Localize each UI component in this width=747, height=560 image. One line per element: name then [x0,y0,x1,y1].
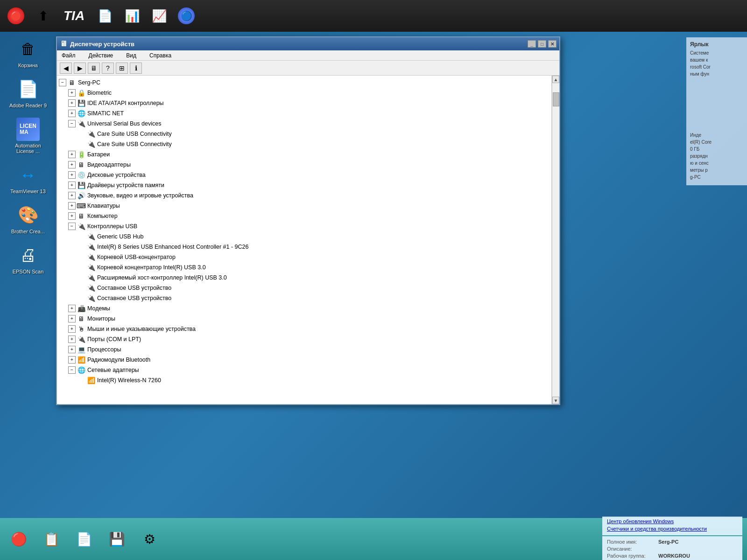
grid-button[interactable]: ⊞ [116,63,128,74]
tree-icon-intel-usb3: 🔌 [87,263,95,272]
desktop-icon-epson[interactable]: 🖨 EPSON Scan [7,244,49,274]
tree-expand-computer[interactable]: + [68,212,76,220]
tree-expand-ide[interactable]: + [68,99,76,107]
taskbar-icon-1[interactable]: 🔴 [4,4,28,28]
tree-item-computer[interactable]: +🖥Компьютер [57,211,551,221]
tree-item-keyboard[interactable]: +⌨Клавиатуры [57,201,551,211]
taskbar-bottom-icon-pdf[interactable]: 📄 [70,523,98,555]
tree-icon-video: 🖥 [77,161,85,169]
tree-expand-usb-ctrl[interactable]: − [68,223,76,230]
minimize-button[interactable]: _ [528,40,536,48]
tree-item-drivers[interactable]: +💾Драйверы устройств памяти [57,180,551,190]
tree-expand-simatic[interactable]: + [68,110,76,117]
tree-item-ports[interactable]: +🔌Порты (COM и LPT) [57,334,551,344]
tree-expand-biometric[interactable]: + [68,89,76,97]
tree-item-intel-xhci[interactable]: 🔌Расширяемый хост-контроллер Intel(R) US… [57,273,551,283]
tree-expand-bluetooth[interactable]: + [68,356,76,364]
taskbar-icon-blue[interactable]: 🔵 [174,4,198,28]
tree-expand-cpu[interactable]: + [68,346,76,353]
tree-item-ide[interactable]: +💾IDE ATA/ATAPI контроллеры [57,98,551,108]
computer-button[interactable]: 🖥 [88,63,100,74]
tree-item-monitors[interactable]: +🖥Мониторы [57,314,551,324]
tree-item-biometric[interactable]: +🔒Biometric [57,88,551,98]
info-button[interactable]: ℹ [130,63,142,74]
maximize-button[interactable]: □ [538,40,546,48]
tree-item-disk[interactable]: +💿Дисковые устройства [57,170,551,180]
tree-icon-root-hub: 🔌 [87,253,95,261]
scroll-down[interactable]: ▼ [552,397,559,404]
tree-item-video[interactable]: +🖥Видеоадаптеры [57,160,551,170]
tree-icon-usb-serial: 🔌 [77,119,85,128]
taskbar-icon-pdf[interactable]: 📄 [93,4,117,28]
tree-item-bluetooth[interactable]: +📶Радиомодули Bluetooth [57,355,551,365]
windows-update-link[interactable]: Центр обновления Windows [607,518,738,524]
taskbar-bottom-icon-gear[interactable]: ⚙ [135,523,163,555]
tree-expand-root[interactable]: − [59,79,66,86]
menu-view[interactable]: Вид [123,51,139,60]
tree-item-battery[interactable]: +🔋Батареи [57,149,551,160]
taskbar-icon-doc[interactable]: 📊 [120,4,144,28]
forward-button[interactable]: ▶ [74,63,86,74]
tree-expand-modems[interactable]: + [68,305,76,312]
tree-item-wireless[interactable]: 📶Intel(R) Wireless-N 7260 [57,375,551,385]
tree-icon-ide: 💾 [77,99,85,107]
tree-expand-video[interactable]: + [68,161,76,168]
desktop-icon-teamviewer[interactable]: ↔ TeamViewer 13 [7,163,49,194]
tree-item-usb-ctrl[interactable]: −🔌Контроллеры USB [57,221,551,231]
tree-item-usb-serial[interactable]: −🔌Universal Serial Bus devices [57,119,551,129]
taskbar-icon-chart[interactable]: 📈 [147,4,171,28]
desktop-icon-license[interactable]: LICENMA Automation License ... [7,118,49,154]
tree-label-drivers: Драйверы устройств памяти [87,181,164,190]
tree-icon-intel-xhci: 🔌 [87,273,95,282]
taskbar-bottom-icon-1[interactable]: 🔴 [5,523,33,555]
tree-item-intel-usb[interactable]: 🔌Intel(R) 8 Series USB Enhanced Host Con… [57,242,551,252]
window-controls[interactable]: _ □ ✕ [528,40,557,48]
tree-item-network[interactable]: −🌐Сетевые адаптеры [57,365,551,375]
window-toolbar: ◀ ▶ 🖥 ? ⊞ ℹ [57,61,559,76]
tree-expand-drivers[interactable]: + [68,182,76,189]
tree-expand-ports[interactable]: + [68,336,76,343]
desktop-icon-adobe[interactable]: 📄 Adobe Reader 9 [7,77,49,108]
tree-expand-network[interactable]: − [68,366,76,374]
scrollbar-vertical[interactable]: ▲ ▼ [552,76,559,404]
tree-item-mice[interactable]: +🖱Мыши и иные указывающие устройства [57,324,551,334]
scroll-thumb[interactable] [553,92,559,106]
device-tree[interactable]: −🖥Serg-PC+🔒Biometric+💾IDE ATA/ATAPI конт… [57,76,552,404]
scroll-up[interactable]: ▲ [552,76,559,83]
tree-item-cpu[interactable]: +💻Процессоры [57,344,551,355]
sysinfo-key-desc: Описание: [607,546,658,552]
taskbar-bottom-icon-2[interactable]: 📋 [37,523,65,555]
tree-icon-battery: 🔋 [77,150,85,159]
tree-item-simatic[interactable]: +🌐SIMATIC NET [57,108,551,119]
tree-expand-keyboard[interactable]: + [68,202,76,210]
back-button[interactable]: ◀ [60,63,72,74]
menu-action[interactable]: Действие [86,51,116,60]
tree-item-sound[interactable]: +🔊Звуковые, видео и игровые устройства [57,190,551,201]
taskbar-bottom-icon-save[interactable]: 💾 [103,523,131,555]
menu-help[interactable]: Справка [147,51,174,60]
menu-file[interactable]: Файл [59,51,78,60]
taskbar-icon-2[interactable]: ⬆ [31,4,55,28]
help-button[interactable]: ? [102,63,114,74]
tree-expand-monitors[interactable]: + [68,315,76,322]
tree-item-comp-usb1[interactable]: 🔌Составное USB устройство [57,283,551,293]
tree-item-care2[interactable]: 🔌Care Suite USB Connectivity [57,139,551,149]
tree-item-modems[interactable]: +📠Модемы [57,303,551,314]
tree-label-ports: Порты (COM и LPT) [87,335,141,344]
performance-link[interactable]: Счетчики и средства производительности [607,526,738,532]
tree-expand-sound[interactable]: + [68,192,76,199]
tree-expand-disk[interactable]: + [68,171,76,179]
tree-item-care1[interactable]: 🔌Care Suite USB Connectivity [57,129,551,139]
tree-expand-usb-serial[interactable]: − [68,120,76,127]
tree-item-root-hub[interactable]: 🔌Корневой USB-концентратор [57,252,551,262]
tree-item-comp-usb2[interactable]: 🔌Составное USB устройство [57,293,551,303]
tree-expand-mice[interactable]: + [68,325,76,333]
desktop-icon-brother[interactable]: 🎨 Brother Crea... [7,203,49,234]
tree-label-network: Сетевые адаптеры [87,365,139,375]
tree-expand-battery[interactable]: + [68,151,76,158]
desktop-icon-recycle[interactable]: 🗑 Корзина [7,37,49,68]
tree-item-usb-hub[interactable]: 🔌Generic USB Hub [57,231,551,242]
tree-item-intel-usb3[interactable]: 🔌Корневой концентратор Intel(R) USB 3.0 [57,262,551,273]
close-button[interactable]: ✕ [548,40,557,48]
tree-item-root[interactable]: −🖥Serg-PC [57,77,551,88]
